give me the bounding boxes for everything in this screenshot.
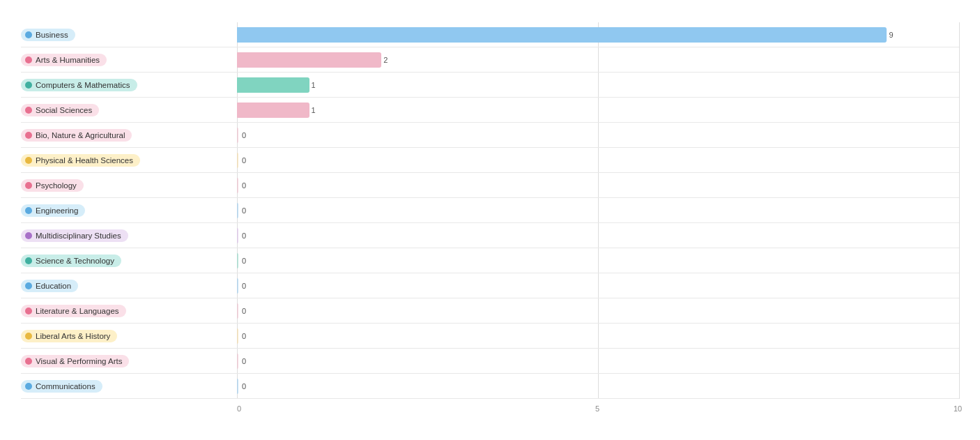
bar-label-pill: Education (21, 280, 78, 292)
chart-row: Computers & Mathematics1 (21, 73, 959, 98)
bar-value: 0 (240, 253, 246, 268)
bar-value: 0 (240, 178, 246, 193)
bar-dot (25, 182, 32, 189)
bar (237, 153, 238, 168)
bar-dot (25, 56, 32, 63)
bar-label-area: Visual & Performing Arts (21, 355, 237, 367)
bar-label-text: Science & Technology (36, 257, 114, 265)
bar-area: 0 (237, 298, 959, 323)
bar (237, 178, 238, 193)
bar (237, 203, 238, 218)
chart-row: Multidisciplinary Studies0 (21, 223, 959, 248)
bar (237, 328, 238, 344)
x-axis-label: 5 (595, 404, 599, 413)
bar-value: 1 (309, 103, 316, 118)
bar (237, 77, 309, 93)
chart-container: Business9Arts & Humanities2Computers & M… (0, 0, 980, 440)
bar-value: 0 (240, 303, 246, 319)
bar-dot (25, 257, 32, 264)
bar (237, 379, 238, 394)
bar-value: 0 (240, 203, 246, 218)
bar-area: 0 (237, 123, 959, 147)
bar-label-text: Social Sciences (36, 106, 92, 114)
bar-dot (25, 31, 32, 38)
bar-label-pill: Liberal Arts & History (21, 330, 117, 342)
bar-dot (25, 132, 32, 139)
bar-label-text: Business (36, 31, 68, 39)
bar-area: 0 (237, 173, 959, 197)
bar-label-area: Liberal Arts & History (21, 330, 237, 342)
bar-dot (25, 282, 32, 289)
bar-area: 9 (237, 22, 959, 47)
bar-label-pill: Engineering (21, 204, 85, 217)
bar-label-area: Engineering (21, 204, 237, 217)
bar-label-pill: Science & Technology (21, 255, 121, 267)
bar-area: 1 (237, 73, 959, 97)
bar-label-pill: Multidisciplinary Studies (21, 229, 128, 242)
bar-label-area: Computers & Mathematics (21, 79, 237, 91)
bar-label-pill: Communications (21, 380, 102, 393)
bar (237, 27, 887, 43)
bar-dot (25, 333, 32, 340)
bar-label-area: Bio, Nature & Agricultural (21, 129, 237, 142)
bar-label-pill: Physical & Health Sciences (21, 154, 140, 167)
bar-value: 0 (240, 354, 246, 369)
chart-row: Physical & Health Sciences0 (21, 148, 959, 173)
bar-label-area: Social Sciences (21, 104, 237, 116)
bar-dot (25, 157, 32, 164)
bar-area: 0 (237, 148, 959, 172)
bar-label-text: Multidisciplinary Studies (36, 232, 121, 240)
bar-label-pill: Bio, Nature & Agricultural (21, 129, 132, 142)
bar-area: 0 (237, 273, 959, 298)
bar-label-text: Engineering (36, 206, 78, 215)
chart-row: Liberal Arts & History0 (21, 324, 959, 349)
bar-area: 2 (237, 47, 959, 72)
bar-label-text: Visual & Performing Arts (36, 357, 122, 365)
bar (237, 278, 238, 294)
chart-row: Business9 (21, 22, 959, 47)
bar-label-pill: Business (21, 29, 75, 41)
bar-dot (25, 383, 32, 390)
bar-area: 0 (237, 349, 959, 373)
chart-row: Psychology0 (21, 173, 959, 198)
x-axis-label: 10 (954, 404, 962, 413)
bar-label-area: Multidisciplinary Studies (21, 229, 237, 242)
bar-dot (25, 358, 32, 365)
bar-value: 0 (240, 328, 246, 344)
bar-area: 0 (237, 324, 959, 348)
bar-area: 0 (237, 198, 959, 222)
bar-dot (25, 207, 32, 214)
bar-area: 1 (237, 98, 959, 122)
bar-value: 2 (381, 52, 388, 68)
bar-label-pill: Psychology (21, 179, 84, 192)
bar-value: 0 (240, 278, 246, 294)
bar-label-pill: Arts & Humanities (21, 54, 107, 66)
bar-label-area: Physical & Health Sciences (21, 154, 237, 167)
bar-label-text: Education (36, 282, 71, 290)
bar-value: 1 (309, 77, 316, 93)
bar-label-text: Arts & Humanities (36, 56, 100, 64)
bar (237, 128, 238, 143)
x-axis-label: 0 (237, 404, 241, 413)
bar-label-text: Physical & Health Sciences (36, 156, 133, 165)
bar (237, 253, 238, 268)
bar-dot (25, 107, 32, 114)
bar-label-text: Liberal Arts & History (36, 332, 110, 340)
chart-row: Education0 (21, 273, 959, 298)
bar-value: 0 (240, 228, 246, 243)
bar-value: 9 (887, 27, 893, 43)
bar-area: 0 (237, 374, 959, 398)
bar-label-pill: Social Sciences (21, 104, 99, 116)
bar (237, 103, 309, 118)
bar-value: 0 (240, 128, 246, 143)
chart-row: Social Sciences1 (21, 98, 959, 123)
chart-row: Science & Technology0 (21, 248, 959, 273)
bar (237, 52, 381, 68)
bar-label-pill: Computers & Mathematics (21, 79, 137, 91)
grid-line (959, 22, 960, 399)
bar (237, 228, 238, 243)
bar-label-pill: Visual & Performing Arts (21, 355, 129, 367)
chart-row: Engineering0 (21, 198, 959, 223)
x-axis-area: 0510 (21, 402, 959, 416)
bar-label-area: Literature & Languages (21, 305, 237, 317)
